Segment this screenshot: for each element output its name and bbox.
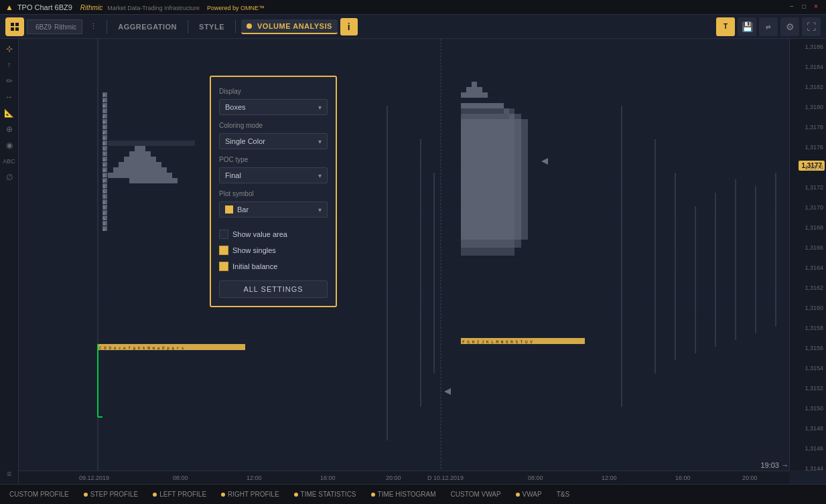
display-dropdown[interactable]: Boxes ▾ [219, 99, 328, 115]
initial-balance-label: Initial balance [232, 262, 277, 270]
draw-tool[interactable]: ✏ [2, 74, 17, 88]
angle-tool[interactable]: 📐 [2, 106, 17, 120]
tab-time-statistics[interactable]: TIME STATISTICS [287, 485, 363, 504]
time-label-0800: 08:00 [173, 475, 188, 481]
svg-text:Y: Y [103, 125, 106, 130]
symbol-label: Plot symbol [219, 190, 328, 197]
svg-rect-68 [145, 151, 151, 183]
tab-custom-profile[interactable]: CUSTOM PROFILE [3, 485, 76, 504]
aggregation-button[interactable]: AGGREGATION [113, 20, 182, 33]
initial-balance-row: Initial balance [219, 262, 328, 271]
tab-custom-vwap[interactable]: CUSTOM VWAP [444, 485, 508, 504]
svg-rect-71 [161, 167, 167, 183]
chart-type-button[interactable]: T [716, 17, 735, 36]
price-1156: 1,3156 [805, 345, 823, 351]
tab-step-profile-label: STEP PROFILE [90, 491, 139, 498]
show-singles-label: Show singles [232, 246, 276, 254]
symbol-dropdown[interactable]: Bar ▾ [219, 201, 328, 218]
maximize-button[interactable]: □ [799, 3, 809, 12]
rithmic-logo: Rithmic Market Data-Trading Infrastructu… [80, 3, 265, 11]
coloring-chevron: ▾ [318, 138, 322, 145]
app-icon[interactable] [5, 17, 24, 36]
time-label-1600: 16:00 [320, 475, 336, 481]
line-tool[interactable]: ↔ [2, 90, 17, 104]
tab-custom-profile-label: CUSTOM PROFILE [9, 491, 69, 498]
settings-button[interactable]: ⚙ [780, 17, 799, 36]
svg-text:Q: Q [103, 184, 106, 189]
time-label-2000: 20:00 [386, 475, 401, 481]
symbol-menu-button[interactable]: ⋮ [85, 19, 101, 35]
text-tool[interactable]: ABC [2, 154, 17, 169]
coloring-dropdown[interactable]: Single Color ▾ [219, 133, 328, 149]
price-1176: 1,3176 [805, 144, 823, 151]
svg-text:R: R [103, 104, 106, 108]
style-button[interactable]: STYLE [194, 20, 230, 33]
tab-left-profile[interactable]: LEFT PROFILE [146, 485, 213, 504]
compare-button[interactable]: ⇄ [759, 17, 778, 36]
svg-text:S: S [103, 189, 106, 194]
svg-rect-88 [498, 103, 504, 108]
tab-right-profile-label: RIGHT PROFILE [228, 491, 279, 498]
svg-text:P: P [103, 131, 106, 135]
svg-rect-80 [482, 92, 488, 98]
svg-text:F: F [103, 98, 106, 103]
svg-text:Y: Y [103, 109, 106, 114]
tab-vwap[interactable]: VWAP [509, 485, 549, 504]
all-settings-button[interactable]: ALL SETTINGS [219, 280, 328, 298]
price-1154: 1,3154 [805, 365, 823, 371]
svg-text:Q: Q [103, 136, 106, 141]
fullscreen-button[interactable]: ⛶ [802, 17, 821, 36]
svg-rect-81 [461, 103, 466, 108]
display-label: Display [219, 88, 328, 95]
tab-right-profile[interactable]: RIGHT PROFILE [214, 485, 286, 504]
tab-ts[interactable]: T&S [550, 485, 576, 504]
price-1174: 1,3174 [805, 164, 823, 171]
price-1182: 1,3182 [805, 84, 823, 90]
display-chevron: ▾ [318, 104, 322, 111]
time-label-0800b: 08:00 [528, 475, 543, 481]
toolbar: 6BZ9Rithmic ⋮ AGGREGATION STYLE VOLUME A… [0, 15, 826, 39]
svg-text:F G H I J K L M N O R S T U V: F G H I J K L M N O R S T U V [462, 339, 533, 344]
clear-tool[interactable]: ∅ [2, 170, 17, 185]
save-button[interactable]: 💾 [738, 17, 756, 36]
vwap-dot [516, 493, 520, 497]
svg-rect-63 [119, 162, 124, 178]
cursor-tool[interactable]: ⊹ [2, 41, 17, 56]
chart-area[interactable]: P F R Y F R Y P Q R S T U V W O P Q S T [19, 39, 826, 484]
svg-rect-82 [466, 103, 472, 108]
bottom-tool[interactable]: ≡ [2, 467, 17, 481]
svg-text:F: F [103, 114, 106, 119]
svg-rect-64 [124, 157, 129, 178]
show-singles-color[interactable] [219, 246, 228, 255]
crosshair-tool[interactable]: ↑ [2, 58, 17, 72]
initial-balance-color[interactable] [219, 262, 228, 271]
svg-rect-2 [11, 27, 14, 31]
date-label-1: 09.12.2019 [79, 475, 109, 481]
poc-label: POC type [219, 156, 328, 163]
svg-text:S: S [103, 216, 106, 221]
plus-tool[interactable]: ⊕ [2, 122, 17, 137]
price-1170: 1,3170 [805, 204, 823, 211]
svg-rect-93 [461, 119, 528, 240]
circle-tool[interactable]: ◉ [2, 138, 17, 153]
close-button[interactable]: × [811, 3, 821, 12]
svg-rect-85 [482, 103, 488, 108]
price-1166: 1,3166 [805, 244, 823, 251]
svg-text:T: T [103, 222, 106, 226]
price-1184: 1,3184 [805, 64, 823, 70]
svg-rect-86 [488, 103, 493, 108]
titlebar: ▲ TPO Chart 6BZ9 Rithmic Market Data-Tra… [0, 0, 826, 15]
svg-rect-76 [461, 92, 466, 98]
svg-text:O: O [103, 200, 106, 205]
show-value-area-checkbox[interactable] [219, 230, 228, 239]
tab-step-profile[interactable]: STEP PROFILE [77, 485, 145, 504]
poc-dropdown[interactable]: Final ▾ [219, 167, 328, 183]
svg-rect-87 [493, 103, 498, 108]
volume-analysis-button[interactable]: VOLUME ANALYSIS [241, 19, 338, 34]
va-settings-button[interactable]: i [340, 18, 358, 35]
price-1144: 1,3144 [805, 465, 823, 472]
show-value-area-row: Show value area [219, 230, 328, 239]
tab-time-histogram[interactable]: TIME HISTOGRAM [364, 485, 443, 504]
minimize-button[interactable]: − [787, 3, 797, 12]
svg-rect-5 [19, 39, 826, 484]
